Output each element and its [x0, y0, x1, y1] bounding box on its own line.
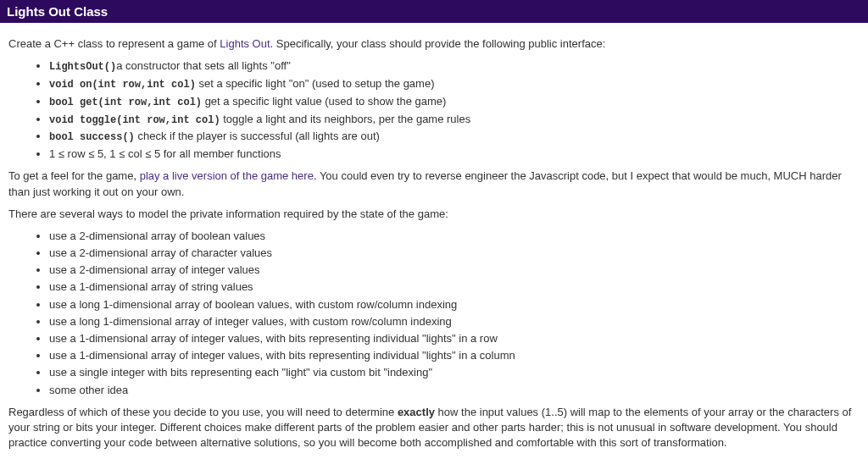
models-list: use a 2-dimensional array of boolean val…	[8, 229, 860, 398]
interface-code: void on(int row,int col)	[49, 79, 196, 91]
interface-item: bool get(int row,int col) get a specific…	[49, 94, 860, 110]
models-item: use a 1-dimensional array of string valu…	[49, 279, 860, 295]
models-item: use a 2-dimensional array of integer val…	[49, 263, 860, 278]
intro-post: . Specifically, your class should provid…	[270, 37, 606, 50]
closing-paragraph: Regardless of which of these you decide …	[8, 405, 860, 451]
interface-item: void on(int row,int col) set a specific …	[49, 76, 860, 92]
models-item: use a 1-dimensional array of integer val…	[49, 348, 860, 363]
feel-pre: To get a feel for the game,	[8, 169, 140, 182]
interface-code: bool get(int row,int col)	[49, 97, 202, 108]
interface-desc: check if the player is successful (all l…	[135, 130, 380, 142]
intro-pre: Create a C++ class to represent a game o…	[8, 37, 220, 50]
interface-code: LightsOut()	[49, 61, 116, 73]
interface-desc: toggle a light and its neighbors, per th…	[220, 113, 471, 125]
interface-item: bool success() check if the player is su…	[49, 129, 860, 145]
feel-paragraph: To get a feel for the game, play a live …	[8, 169, 860, 199]
models-item: use a 2-dimensional array of boolean val…	[49, 229, 860, 244]
models-item: use a 1-dimensional array of integer val…	[49, 331, 860, 346]
models-item: some other idea	[49, 383, 860, 398]
play-live-link[interactable]: play a live version of the game here	[140, 169, 314, 182]
lights-out-link[interactable]: Lights Out	[220, 37, 270, 50]
interface-desc: 1 ≤ row ≤ 5, 1 ≤ col ≤ 5 for all member …	[49, 147, 281, 160]
closing-pre: Regardless of which of these you decide …	[8, 406, 398, 418]
closing-strong: exactly	[398, 406, 435, 418]
interface-item: void toggle(int row,int col) toggle a li…	[49, 112, 860, 128]
interface-desc: set a specific light "on" (used to setup…	[196, 77, 435, 90]
interface-desc: get a specific light value (used to show…	[202, 95, 446, 108]
interface-code: void toggle(int row,int col)	[49, 114, 220, 126]
interface-desc: a constructor that sets all lights "off"	[116, 59, 291, 72]
content-body: Create a C++ class to represent a game o…	[0, 23, 868, 464]
interface-item: 1 ≤ row ≤ 5, 1 ≤ col ≤ 5 for all member …	[49, 147, 860, 162]
models-item: use a long 1-dimensional array of intege…	[49, 314, 860, 329]
interface-item: LightsOut()a constructor that sets all l…	[49, 58, 860, 75]
models-item: use a 2-dimensional array of character v…	[49, 246, 860, 261]
models-intro: There are several ways to model the priv…	[8, 207, 860, 222]
models-item: use a single integer with bits represent…	[49, 365, 860, 380]
interface-code: bool success()	[49, 131, 135, 143]
models-item: use a long 1-dimensional array of boolea…	[49, 297, 860, 312]
interface-list: LightsOut()a constructor that sets all l…	[8, 58, 860, 162]
intro-paragraph: Create a C++ class to represent a game o…	[8, 36, 860, 52]
section-header: Lights Out Class	[0, 0, 868, 23]
